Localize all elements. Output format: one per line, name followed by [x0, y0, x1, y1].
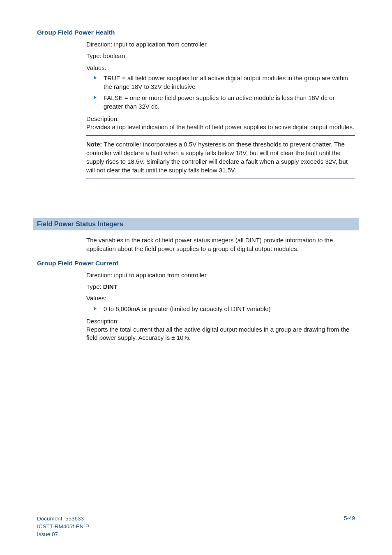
footer-doc-number: Document: 553633: [37, 515, 89, 523]
bullet-triangle-icon: [94, 307, 97, 311]
list-item: TRUE = all field power supplies for all …: [94, 74, 355, 91]
section-bar-field-power-status-integers: Field Power Status Integers: [33, 218, 359, 230]
footer-doc-code: ICSTT-RM405f-EN-P: [37, 523, 89, 531]
description-body: Reports the total current that all the a…: [86, 325, 355, 342]
bullet-triangle-icon: [94, 76, 97, 80]
values-label: Values:: [86, 64, 355, 72]
footer-page-number: 5-49: [344, 515, 355, 539]
list-item: FALSE = one or more field power supplies…: [94, 93, 355, 111]
values-label: Values:: [86, 294, 355, 302]
section-intro: The variables in the rack of field power…: [86, 236, 355, 253]
footer-left: Document: 553633 ICSTT-RM405f-EN-P Issue…: [37, 515, 89, 539]
values-list: 0 to 8,000mA or greater (limited by capa…: [94, 304, 355, 313]
direction-text: Direction: input to application from con…: [86, 271, 355, 279]
type-prefix: Type:: [86, 283, 103, 290]
footer-issue: Issue 07: [37, 531, 89, 539]
description-label: Description:: [86, 317, 355, 325]
page-footer: Document: 553633 ICSTT-RM405f-EN-P Issue…: [37, 505, 355, 539]
list-item-text: TRUE = all field power supplies for all …: [104, 74, 348, 90]
type-text: Type: boolean: [86, 52, 355, 60]
list-item-text: 0 to 8,000mA or greater (limited by capa…: [104, 305, 271, 312]
note-body: The controller incorporates a 0.5V hyste…: [86, 141, 348, 174]
type-value: DINT: [103, 283, 118, 290]
list-item-text: FALSE = one or more field power supplies…: [104, 94, 334, 110]
description-label: Description:: [86, 115, 355, 123]
list-item: 0 to 8,000mA or greater (limited by capa…: [94, 304, 355, 313]
direction-text: Direction: input to application from con…: [86, 40, 355, 49]
bullet-triangle-icon: [94, 95, 97, 100]
type-text: Type: DINT: [86, 283, 355, 291]
note-label: Note:: [86, 141, 102, 148]
heading-group-field-power-health: Group Field Power Health: [37, 29, 355, 36]
note-box: Note: The controller incorporates a 0.5V…: [86, 135, 355, 179]
description-body: Provides a top level indication of the h…: [86, 123, 355, 131]
heading-group-field-power-current: Group Field Power Current: [37, 260, 355, 267]
values-list: TRUE = all field power supplies for all …: [94, 74, 355, 111]
